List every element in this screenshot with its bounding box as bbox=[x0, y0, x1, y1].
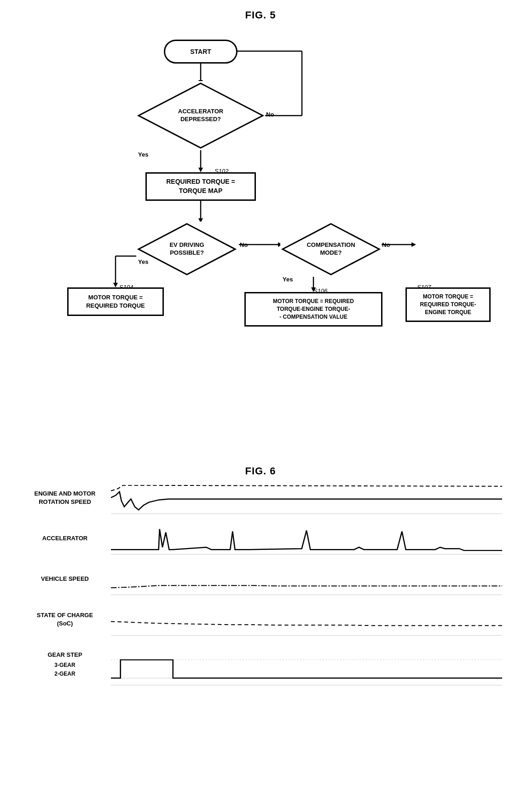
fig5-section: FIG. 5 bbox=[0, 0, 521, 451]
vehicle-speed-svg bbox=[111, 563, 502, 595]
s104-text: MOTOR TORQUE =REQUIRED TORQUE bbox=[86, 293, 145, 310]
gear-2-label: 2-GEAR bbox=[54, 671, 75, 677]
gear-step-line-area bbox=[111, 644, 502, 685]
chart-row-vehicle-speed: VEHICLE SPEED bbox=[19, 563, 502, 595]
s105-yes-label: Yes bbox=[283, 276, 293, 283]
chart-row-gear-step: GEAR STEP 3-GEAR 2-GEAR bbox=[19, 644, 502, 685]
svg-marker-12 bbox=[113, 283, 118, 287]
vehicle-speed-line-area bbox=[111, 563, 502, 595]
s101-text: ACCELERATORDEPRESSED? bbox=[178, 108, 223, 123]
s103-no-label: No bbox=[240, 241, 248, 248]
s105-no-label: No bbox=[382, 241, 390, 248]
svg-marker-16 bbox=[411, 242, 416, 247]
gear-step-svg bbox=[111, 644, 502, 685]
soc-line-area bbox=[111, 603, 502, 636]
s101-no-label: No bbox=[266, 111, 274, 118]
flowchart: START S101 ACCELERATORDEPRESSED? No Yes … bbox=[30, 26, 491, 440]
gear-step-label: GEAR STEP 3-GEAR 2-GEAR bbox=[19, 651, 111, 679]
svg-marker-7 bbox=[198, 168, 203, 172]
s106-rect: MOTOR TORQUE = REQUIREDTORQUE-ENGINE TOR… bbox=[244, 292, 382, 327]
accelerator-svg bbox=[111, 522, 502, 554]
s101-diamond: ACCELERATORDEPRESSED? bbox=[136, 81, 265, 150]
s105-diamond: COMPENSATIONMODE? bbox=[280, 222, 382, 277]
s106-text: MOTOR TORQUE = REQUIREDTORQUE-ENGINE TOR… bbox=[273, 298, 354, 321]
fig6-title: FIG. 6 bbox=[0, 465, 521, 477]
s107-text: MOTOR TORQUE =REQUIRED TORQUE-ENGINE TOR… bbox=[420, 293, 476, 316]
soc-svg bbox=[111, 603, 502, 635]
s102-text: REQUIRED TORQUE =TORQUE MAP bbox=[166, 177, 235, 195]
fig6-chart: ENGINE AND MOTORROTATION SPEED ACCELERAT… bbox=[19, 482, 502, 685]
s107-rect: MOTOR TORQUE =REQUIRED TORQUE-ENGINE TOR… bbox=[405, 287, 491, 322]
vehicle-speed-label: VEHICLE SPEED bbox=[19, 575, 111, 583]
s103-text: EV DRIVINGPOSSIBLE? bbox=[169, 241, 204, 257]
chart-row-soc: STATE OF CHARGE(SoC) bbox=[19, 603, 502, 636]
s104-rect: MOTOR TORQUE =REQUIRED TORQUE bbox=[67, 287, 164, 316]
fig6-section: FIG. 6 ENGINE AND MOTORROTATION SPEED AC… bbox=[0, 451, 521, 712]
s103-diamond: EV DRIVINGPOSSIBLE? bbox=[136, 222, 237, 277]
s103-yes-label: Yes bbox=[138, 258, 148, 265]
gear-3-label: 3-GEAR bbox=[54, 662, 75, 668]
chart-row-accelerator: ACCELERATOR bbox=[19, 522, 502, 555]
accelerator-line-area bbox=[111, 522, 502, 555]
soc-label: STATE OF CHARGE(SoC) bbox=[19, 611, 111, 628]
start-label: START bbox=[190, 47, 211, 56]
s102-rect: REQUIRED TORQUE =TORQUE MAP bbox=[145, 172, 256, 201]
rotation-line-area bbox=[111, 482, 502, 514]
accelerator-label: ACCELERATOR bbox=[19, 534, 111, 543]
rotation-label: ENGINE AND MOTORROTATION SPEED bbox=[19, 490, 111, 506]
rotation-svg bbox=[111, 482, 502, 514]
fig5-title: FIG. 5 bbox=[0, 9, 521, 21]
s105-text: COMPENSATIONMODE? bbox=[307, 241, 355, 257]
s101-yes-label: Yes bbox=[138, 151, 148, 158]
start-node: START bbox=[164, 40, 237, 64]
chart-row-rotation: ENGINE AND MOTORROTATION SPEED bbox=[19, 482, 502, 514]
